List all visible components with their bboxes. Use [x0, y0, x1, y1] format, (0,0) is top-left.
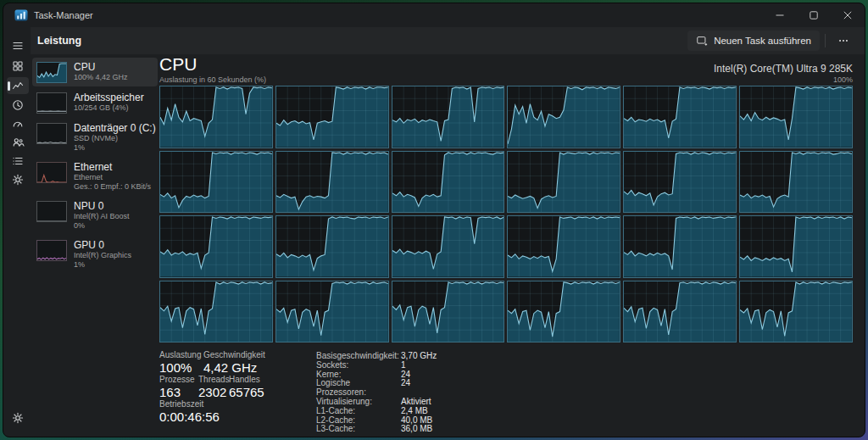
sidebar-item-memory[interactable]: Arbeitsspeicher 10/254 GB (4%): [32, 88, 158, 117]
detail-row: L1-Cache:2,4 MB: [316, 407, 437, 416]
cpu-core-graph-core-8: [392, 151, 505, 214]
run-new-task-label: Neuen Task ausführen: [714, 36, 811, 46]
stat-speed: Geschwindigkeit4,42 GHz: [203, 350, 265, 375]
cpu-core-graph-core-1: [275, 86, 389, 148]
selected-indicator: [8, 81, 10, 91]
close-button[interactable]: [831, 3, 865, 27]
cpu-core-graph-core-10: [623, 151, 737, 214]
cpu-core-graph-core-23: [739, 281, 853, 343]
stat-uptime: Betriebszeit0:00:46:56: [159, 399, 220, 424]
cpu-core-graph-core-7: [275, 151, 389, 214]
hamburger-icon: [11, 39, 25, 53]
sidebar-item-gpu[interactable]: GPU 0 Intel(R) Graphics 1%: [32, 236, 158, 273]
nav-item-app-history[interactable]: [7, 97, 29, 114]
cpu-core-graph-core-18: [159, 281, 273, 343]
cpu-core-graph-core-22: [623, 281, 737, 343]
sidebar-item-title: Arbeitsspeicher: [74, 92, 144, 103]
minimize-button[interactable]: [763, 3, 797, 27]
sidebar-item-disk[interactable]: Datenträger 0 (C:) SSD (NVMe) 1%: [32, 119, 158, 156]
sidebar-item-title: NPU 0: [74, 200, 130, 212]
settings-button[interactable]: [7, 409, 29, 426]
page-title: Leistung: [37, 35, 81, 47]
sidebar-item-title: GPU 0: [74, 239, 131, 251]
sidebar-item-npu[interactable]: NPU 0 Intel(R) AI Boost 0%: [32, 197, 158, 234]
sidebar-item-sub: 100% 4,42 GHz: [74, 73, 128, 82]
sidebar-item-sub: 10/254 GB (4%): [74, 103, 144, 113]
detail-row: L3-Cache:36,0 MB: [316, 425, 437, 434]
cpu-core-graph-core-2: [392, 86, 505, 148]
window-title: Task-Manager: [34, 10, 93, 20]
detail-row: Logische Prozessoren:24: [316, 379, 437, 398]
sidebar-item-sub: Intel(R) Graphics: [74, 251, 131, 260]
history-clock-icon: [11, 98, 25, 112]
nav-item-processes[interactable]: [7, 58, 29, 75]
maximize-button[interactable]: [797, 3, 831, 27]
performance-icon: [11, 79, 25, 92]
new-task-icon: [696, 35, 708, 47]
sidebar-item-sub: 1%: [74, 260, 131, 270]
sidebar-item-sub: 0%: [74, 221, 130, 231]
cpu-core-graph-core-5: [739, 86, 853, 148]
cpu-details: Basisgeschwindigkeit:3,70 GHz Sockets:1 …: [316, 352, 437, 434]
nav-item-users[interactable]: [7, 134, 29, 151]
nav-item-details[interactable]: [7, 153, 29, 170]
navigation-rail: [3, 27, 31, 437]
sidebar-item-sub: Intel(R) AI Boost: [74, 212, 130, 221]
cpu-sparkline: [36, 62, 67, 83]
command-bar-separator: [825, 34, 826, 47]
ellipsis-icon: [837, 35, 849, 47]
sidebar-item-ethernet[interactable]: Ethernet Ethernet Ges.: 0 Empf.: 0 KBit/…: [32, 158, 158, 195]
sidebar-item-cpu[interactable]: CPU 100% 4,42 GHz: [32, 58, 158, 86]
services-gear-icon: [11, 173, 25, 187]
cpu-core-graph-core-3: [507, 86, 620, 148]
cpu-core-graph-core-9: [507, 151, 620, 214]
nav-item-startup-apps[interactable]: [7, 115, 29, 132]
command-bar: Leistung Neuen Task ausführen: [31, 27, 865, 54]
title-bar: Task-Manager: [3, 3, 865, 27]
sidebar-item-sub: Ethernet: [74, 173, 151, 182]
processes-icon: [11, 59, 25, 73]
sidebar-item-sub: SSD (NVMe): [74, 134, 153, 143]
list-icon: [11, 154, 25, 168]
npu-sparkline: [36, 201, 67, 222]
cpu-core-graph-core-11: [739, 151, 853, 214]
task-manager-logo-icon: [14, 8, 28, 22]
cpu-core-graph-core-20: [392, 281, 505, 343]
users-icon: [11, 136, 25, 149]
cpu-model: Intel(R) Core(TM) Ultra 9 285K: [714, 63, 853, 75]
cpu-core-graph-core-0: [159, 86, 273, 148]
cpu-heading: CPU: [159, 54, 197, 75]
cpu-core-graph-core-21: [507, 281, 620, 343]
gpu-sparkline: [36, 240, 67, 261]
cpu-core-graph-core-13: [275, 215, 389, 278]
sidebar-item-sub: Ges.: 0 Empf.: 0 KBit/s: [74, 182, 151, 192]
cpu-core-graph-core-19: [275, 281, 389, 343]
ethernet-sparkline: [36, 162, 67, 183]
stat-handles: Handles65765: [229, 375, 264, 399]
sidebar-item-title: CPU: [74, 61, 128, 73]
nav-item-services[interactable]: [7, 171, 29, 188]
run-new-task-button[interactable]: Neuen Task ausführen: [687, 31, 820, 51]
cpu-core-graph-core-12: [159, 215, 273, 278]
cpu-core-graph-core-4: [623, 86, 737, 148]
menu-button[interactable]: [7, 37, 29, 54]
sidebar-item-sub: 1%: [74, 143, 153, 153]
disk-sparkline: [36, 123, 67, 144]
detail-row: Sockets:1: [316, 361, 437, 370]
cpu-core-graph-core-6: [159, 151, 273, 214]
stat-processes: Prozesse163: [159, 375, 195, 399]
cpu-core-graph-core-14: [392, 215, 505, 278]
cpu-core-graph-core-15: [507, 215, 620, 278]
nav-item-performance[interactable]: [7, 77, 29, 94]
performance-sidebar: CPU 100% 4,42 GHz Arbeitsspeicher 10/254…: [31, 56, 159, 275]
sidebar-item-title: Datenträger 0 (C:): [74, 122, 153, 134]
stat-utilization: Auslastung100%: [159, 350, 201, 375]
stat-threads: Threads2302: [198, 375, 230, 399]
gauge-icon: [11, 117, 25, 131]
memory-sparkline: [36, 92, 67, 114]
cpu-core-graph-core-16: [623, 215, 737, 278]
more-options-button[interactable]: [831, 31, 856, 51]
graph-caption-right: 100%: [833, 75, 853, 84]
settings-gear-icon: [11, 411, 25, 425]
sidebar-item-title: Ethernet: [74, 161, 151, 173]
